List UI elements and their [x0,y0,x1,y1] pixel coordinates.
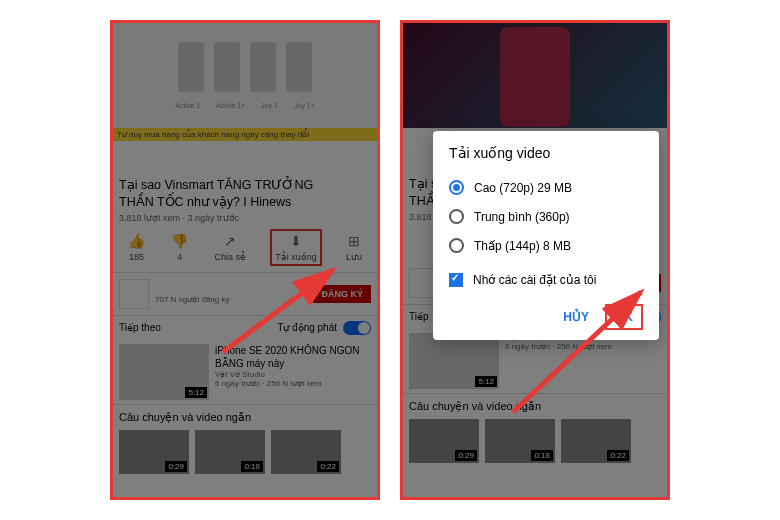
download-modal: Tải xuống video Cao (720p) 29 MB Trung b… [433,131,659,340]
cancel-button[interactable]: HỦY [555,304,597,330]
dim-overlay [113,23,377,497]
radio-selected-icon [449,180,464,195]
phone-right-screenshot: Tại saTHẦ 3.818 ÐĂNG KÝ Tiếp 5:12 Vật Vờ… [400,20,670,500]
quality-option-144p[interactable]: Thấp (144p) 8 MB [449,231,643,260]
radio-icon [449,209,464,224]
remember-checkbox[interactable]: Nhớ các cài đặt của tôi [449,266,643,294]
checkbox-checked-icon [449,273,463,287]
radio-icon [449,238,464,253]
phone-left-screenshot: Active 1Active 1+Joy 1Joy 1+ Tư duy mua … [110,20,380,500]
modal-title: Tải xuống video [449,145,643,161]
quality-option-720p[interactable]: Cao (720p) 29 MB [449,173,643,202]
ok-button[interactable]: OK [605,304,643,330]
quality-option-360p[interactable]: Trung bình (360p) [449,202,643,231]
